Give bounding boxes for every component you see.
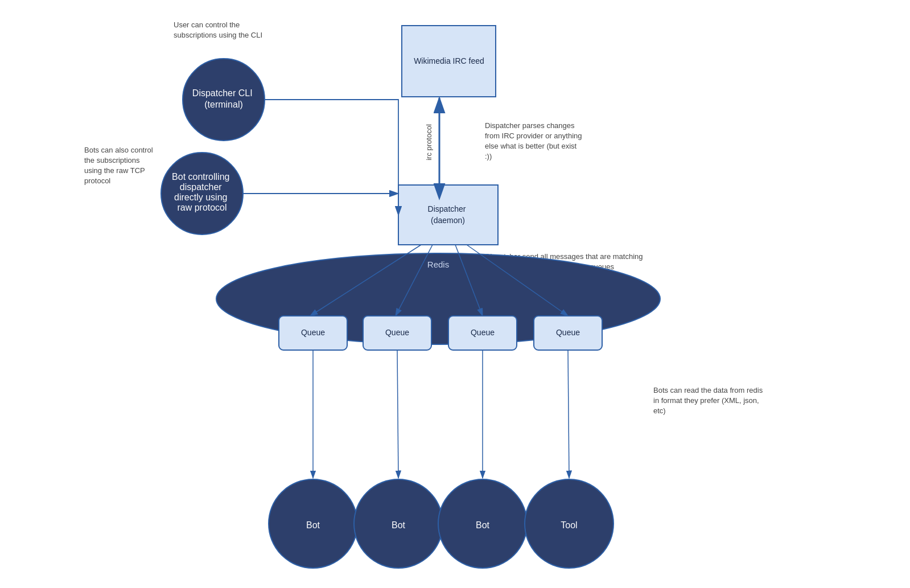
tool-label: Tool [561,520,577,530]
bot-controlling-label: Bot controlling dispatcher directly usin… [172,172,232,212]
wikimedia-irc-label: Wikimedia IRC feed [414,56,484,65]
bot-1-label: Bot [306,520,320,530]
queue-4-label: Queue [556,328,580,337]
queue-2-label: Queue [385,328,409,337]
bot-2-label: Bot [392,520,406,530]
bot-3-label: Bot [476,520,490,530]
queue-3-label: Queue [471,328,495,337]
dispatcher-daemon-node [398,185,498,245]
irc-protocol-label: irc protocol [425,124,433,161]
redis-label: Redis [427,260,449,269]
queue-1-label: Queue [301,328,325,337]
